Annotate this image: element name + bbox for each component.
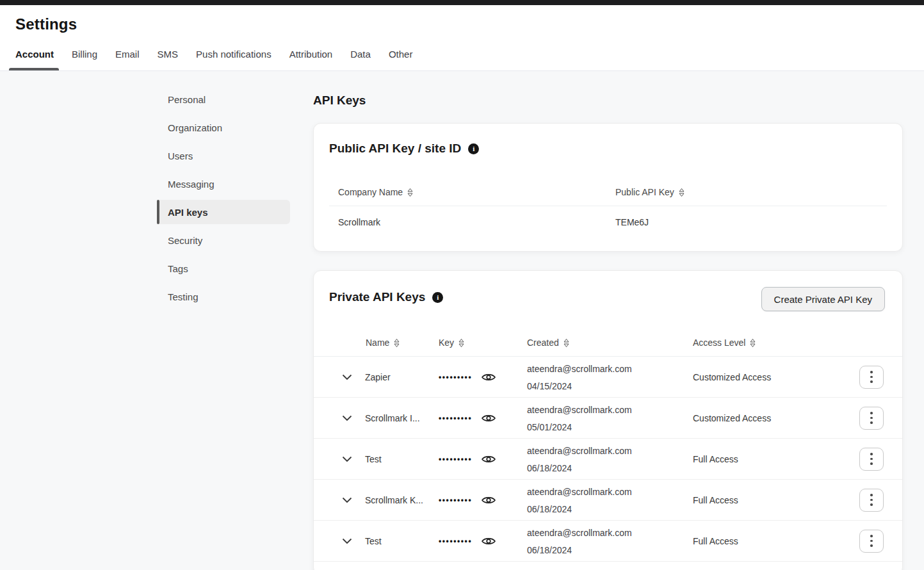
- column-header-name[interactable]: Name: [366, 338, 400, 348]
- sidebar-item-organization[interactable]: Organization: [157, 115, 290, 140]
- created-by-email: ateendra@scrollmark.com: [527, 526, 632, 539]
- public-key-row: Scrollmark TEMe6J: [314, 206, 902, 239]
- chevron-down-icon[interactable]: [342, 456, 352, 462]
- tab-account[interactable]: Account: [15, 44, 54, 70]
- key-name: Scrollmark K...: [365, 495, 423, 505]
- page-title-api-keys: API Keys: [313, 94, 366, 108]
- eye-icon[interactable]: [482, 536, 496, 546]
- private-card-title: Private API Keys: [329, 290, 425, 304]
- public-table-header: Company Name Public API Key: [314, 187, 902, 200]
- access-level: Customized Access: [693, 413, 771, 423]
- access-level: Full Access: [693, 454, 738, 464]
- chevron-down-icon[interactable]: [342, 415, 352, 421]
- private-key-row-zapier: Zapier ••••••••• ateendra@scrollmark.com…: [314, 357, 902, 398]
- tab-sms[interactable]: SMS: [158, 44, 179, 70]
- column-header-access-level[interactable]: Access Level: [693, 338, 756, 348]
- key-name: Test: [365, 536, 382, 546]
- access-level: Full Access: [693, 536, 738, 546]
- eye-icon[interactable]: [482, 495, 496, 505]
- created-by-email: ateendra@scrollmark.com: [527, 403, 632, 416]
- sidebar-item-personal[interactable]: Personal: [157, 87, 290, 111]
- chevron-down-icon[interactable]: [342, 538, 352, 544]
- masked-key-value: •••••••••: [439, 455, 472, 464]
- sort-icon[interactable]: [679, 188, 685, 197]
- private-key-row-scrollmark-k: Scrollmark K... ••••••••• ateendra@scrol…: [314, 480, 902, 521]
- column-label: Created: [527, 338, 559, 348]
- private-table-header: Name Key Created Access Level: [314, 338, 902, 350]
- kebab-menu-button[interactable]: [859, 366, 884, 389]
- settings-header: Settings Account Billing Email SMS Push …: [0, 5, 924, 71]
- column-header-public-api-key[interactable]: Public API Key: [615, 187, 685, 197]
- created-by-email: ateendra@scrollmark.com: [527, 362, 632, 375]
- column-label: Access Level: [693, 338, 745, 348]
- page-heading-settings: Settings: [15, 15, 77, 33]
- eye-icon[interactable]: [482, 372, 496, 382]
- chevron-down-icon[interactable]: [342, 497, 352, 503]
- sort-icon[interactable]: [407, 188, 413, 197]
- created-date: 06/18/2024: [527, 461, 632, 474]
- sidebar-item-security[interactable]: Security: [157, 228, 290, 252]
- private-keys-table-body: Zapier ••••••••• ateendra@scrollmark.com…: [314, 356, 902, 562]
- masked-key-value: •••••••••: [439, 537, 472, 546]
- column-label: Company Name: [338, 187, 403, 197]
- info-icon[interactable]: i: [468, 143, 479, 154]
- created-date: 04/15/2024: [527, 379, 632, 392]
- sidebar-item-messaging[interactable]: Messaging: [157, 172, 290, 196]
- sidebar-item-users[interactable]: Users: [157, 143, 290, 168]
- tab-data[interactable]: Data: [350, 44, 371, 70]
- private-key-row-scrollmark-i: Scrollmark I... ••••••••• ateendra@scrol…: [314, 398, 902, 439]
- tab-other[interactable]: Other: [389, 44, 413, 70]
- created-date: 05/01/2024: [527, 420, 632, 433]
- masked-key-value: •••••••••: [439, 373, 472, 382]
- column-label: Key: [439, 338, 454, 348]
- public-card-title-row: Public API Key / site ID i: [329, 142, 479, 156]
- kebab-menu-button[interactable]: [859, 407, 884, 430]
- created-cell: ateendra@scrollmark.com 06/18/2024: [527, 444, 632, 474]
- public-api-key-value: TEMe6J: [615, 217, 649, 227]
- key-name: Test: [365, 454, 382, 464]
- account-settings-sidebar: Personal Organization Users Messaging AP…: [157, 87, 290, 313]
- access-level: Full Access: [693, 495, 738, 505]
- private-card-title-row: Private API Keys i: [329, 290, 443, 304]
- column-header-company-name[interactable]: Company Name: [338, 187, 413, 197]
- sidebar-item-testing[interactable]: Testing: [157, 284, 290, 309]
- private-key-row-test-2: Test ••••••••• ateendra@scrollmark.com 0…: [314, 521, 902, 562]
- eye-icon[interactable]: [482, 454, 496, 464]
- create-private-api-key-button[interactable]: Create Private API Key: [761, 287, 885, 311]
- settings-tab-bar: Account Billing Email SMS Push notificat…: [15, 44, 412, 70]
- public-card-title: Public API Key / site ID: [329, 142, 461, 156]
- info-icon[interactable]: i: [432, 292, 443, 303]
- masked-key-value: •••••••••: [439, 414, 472, 423]
- access-level: Customized Access: [693, 372, 771, 382]
- column-label: Name: [366, 338, 389, 348]
- created-cell: ateendra@scrollmark.com 05/01/2024: [527, 403, 632, 433]
- created-date: 06/18/2024: [527, 502, 632, 515]
- tab-billing[interactable]: Billing: [72, 44, 97, 70]
- tab-email[interactable]: Email: [115, 44, 140, 70]
- sort-icon[interactable]: [458, 338, 464, 348]
- column-header-key[interactable]: Key: [439, 338, 464, 348]
- created-by-email: ateendra@scrollmark.com: [527, 485, 632, 498]
- key-name: Scrollmark I...: [365, 413, 420, 423]
- chevron-down-icon[interactable]: [342, 374, 352, 380]
- kebab-menu-button[interactable]: [859, 448, 884, 471]
- tab-attribution[interactable]: Attribution: [289, 44, 333, 70]
- eye-icon[interactable]: [482, 413, 496, 423]
- sort-icon[interactable]: [394, 338, 400, 348]
- sort-icon[interactable]: [563, 338, 569, 348]
- sort-icon[interactable]: [750, 338, 756, 348]
- column-header-created[interactable]: Created: [527, 338, 569, 348]
- created-by-email: ateendra@scrollmark.com: [527, 444, 632, 457]
- created-date: 06/18/2024: [527, 543, 632, 556]
- tab-push-notifications[interactable]: Push notifications: [196, 44, 272, 70]
- sidebar-item-api-keys[interactable]: API keys: [157, 200, 290, 224]
- top-black-bar: [0, 0, 924, 5]
- kebab-menu-button[interactable]: [859, 530, 884, 553]
- sidebar-item-tags[interactable]: Tags: [157, 256, 290, 281]
- key-name: Zapier: [365, 372, 391, 382]
- company-name-value: Scrollmark: [338, 217, 380, 227]
- public-api-key-card: Public API Key / site ID i Company Name …: [313, 123, 903, 252]
- kebab-menu-button[interactable]: [859, 489, 884, 512]
- created-cell: ateendra@scrollmark.com 06/18/2024: [527, 485, 632, 515]
- private-api-keys-card: Private API Keys i Create Private API Ke…: [313, 270, 903, 570]
